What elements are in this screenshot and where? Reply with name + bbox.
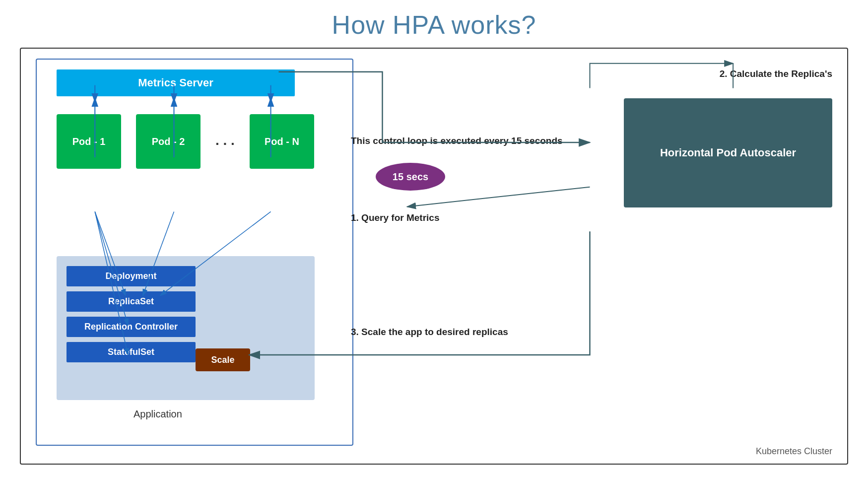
deployment-item: Deployment xyxy=(67,266,196,286)
diagram-container: Metrics Server Pod - 1 Pod - 2 · · · Pod… xyxy=(20,48,848,465)
left-panel: Metrics Server Pod - 1 Pod - 2 · · · Pod… xyxy=(36,59,353,446)
replicaset-item: ReplicaSet xyxy=(67,291,196,312)
k8s-label: Kubernetes Cluster xyxy=(756,446,832,457)
page: How HPA works? Metrics Server Pod - 1 Po… xyxy=(0,0,868,465)
page-title: How HPA works? xyxy=(0,0,868,48)
app-subbox: Deployment ReplicaSet Replication Contro… xyxy=(57,256,315,400)
scale-box: Scale xyxy=(196,348,250,371)
pod-2-box: Pod - 2 xyxy=(136,114,200,169)
statefulset-item: StatefulSet xyxy=(67,342,196,362)
metrics-server-label: Metrics Server xyxy=(138,76,213,89)
query-text: 1. Query for Metrics xyxy=(351,212,439,223)
hpa-label: Horizontal Pod Autoscaler xyxy=(650,146,806,159)
pod-dots: · · · xyxy=(215,136,235,152)
calculate-text: 2. Calculate the Replica's xyxy=(624,68,832,79)
right-section: 2. Calculate the Replica's Horizontal Po… xyxy=(346,59,832,446)
scale-text: 3. Scale the app to desired replicas xyxy=(351,327,508,338)
pods-row: Pod - 1 Pod - 2 · · · Pod - N xyxy=(57,114,314,169)
replication-controller-item: Replication Controller xyxy=(67,317,196,337)
metrics-server-box: Metrics Server xyxy=(57,69,295,96)
control-loop-text: This control loop is executed every 15 s… xyxy=(351,136,563,146)
hpa-box: Horizontal Pod Autoscaler xyxy=(624,98,832,207)
pod-n-box: Pod - N xyxy=(250,114,314,169)
timer-badge: 15 secs xyxy=(376,163,445,191)
app-label: Application xyxy=(134,409,182,420)
pod-1-box: Pod - 1 xyxy=(57,114,121,169)
